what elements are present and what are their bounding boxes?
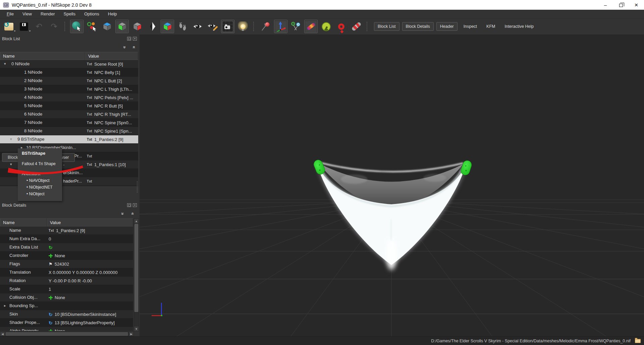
light-bulb-icon[interactable] (236, 20, 250, 33)
vertical-scrollbar[interactable]: ▲ ▼ (134, 218, 139, 332)
tree-row[interactable]: 6 NiNodeTxtNPC R Thigh [RT... (0, 110, 138, 119)
striped-eraser-slash-icon[interactable] (350, 20, 363, 33)
red-vertex-pin-icon[interactable] (259, 20, 272, 33)
menu-item-file[interactable]: File (3, 10, 18, 18)
menu-item-spells[interactable]: Spells (60, 10, 79, 18)
tree-row[interactable]: 3 NiNodeTxtNPC L Thigh [LTh... (0, 85, 138, 93)
tree-row[interactable]: Num Extra Da...0 (0, 235, 133, 243)
tree-row[interactable]: Scale1 (0, 285, 133, 293)
toolbar-button-block-list[interactable]: Block List (374, 22, 399, 31)
viewport-3d[interactable] (140, 34, 644, 336)
close-panel-icon[interactable]: × (133, 203, 137, 207)
tree-row[interactable]: 7 NiNodeTxtNPC Spine [Spn0... (0, 119, 138, 127)
footprints-icon[interactable] (176, 20, 189, 33)
scrollbar-thumb[interactable] (135, 224, 138, 312)
expander-icon[interactable]: ▾ (4, 62, 6, 66)
save-file-icon[interactable]: ▾ (17, 20, 31, 33)
expand-all-icon[interactable]: » (131, 46, 136, 49)
row-name: 6 NiNode (24, 112, 42, 117)
row-name: Translation (9, 270, 31, 275)
open-file-icon[interactable]: ↺▾ (2, 20, 15, 33)
toolbar-button-kfm[interactable]: KFM (483, 22, 498, 30)
block-list-collapse-row: » » (0, 43, 140, 52)
row-value-cell: 1 (47, 285, 133, 293)
eye-icon[interactable] (191, 20, 204, 33)
float-panel-icon[interactable] (127, 203, 131, 207)
menu-item-options[interactable]: Options (80, 10, 103, 18)
scroll-right-icon[interactable]: ▶ (129, 332, 133, 336)
tree-row[interactable]: Extra Data List↻ (0, 243, 133, 252)
collapse-all-icon[interactable]: » (120, 212, 125, 215)
column-header-value[interactable]: Value (47, 218, 133, 226)
column-header-name[interactable]: Name (0, 52, 85, 60)
row-name: Collision Obj... (9, 295, 38, 300)
undo-icon[interactable]: ↶ (32, 20, 46, 33)
cube-blue-top-icon[interactable] (100, 20, 114, 33)
expand-all-icon[interactable]: » (129, 212, 135, 215)
float-panel-icon[interactable] (127, 37, 131, 41)
tooltip-ancestors: NiAVObjectNiObjectNETNiObject (22, 178, 62, 196)
tree-row[interactable]: Shader Prope...↻13 [BSLightingShaderProp… (0, 319, 133, 327)
tree-row[interactable]: Collision Obj...None (0, 293, 133, 302)
teal-sphere-pick-icon[interactable] (70, 20, 84, 33)
toolbar-button-interactive-help[interactable]: Interactive Help (501, 22, 537, 30)
tree-row[interactable]: ▾9 BSTriShapeTxt1_Panties:2 [9] (0, 135, 138, 144)
expander-icon[interactable]: ▸ (4, 303, 6, 308)
toolbar-button-inspect[interactable]: Inspect (460, 22, 480, 30)
tree-row[interactable]: 4 NiNodeTxtNPC Pelvis [Pelv] ... (0, 93, 138, 102)
scroll-left-icon[interactable]: ◀ (0, 332, 5, 336)
column-header-name[interactable]: Name (0, 218, 47, 226)
row-value-cell: TxtNPC R Thigh [RT... (85, 110, 138, 119)
expander-icon[interactable]: ▾ (10, 162, 12, 166)
tree-row[interactable]: ControllerNone (0, 252, 133, 260)
tree-row[interactable]: RotationY -0.00 P 0.00 R -0.00 (0, 277, 133, 285)
horizontal-scrollbar[interactable]: ◀ ▶ (0, 332, 134, 336)
rgb-cube-icon[interactable] (161, 20, 174, 33)
row-value-cell: ⚑524302 (47, 260, 133, 268)
scrollbar-thumb[interactable] (6, 332, 128, 336)
tree-row[interactable]: 8 NiNodeTxtNPC Spine1 [Spn... (0, 127, 138, 135)
dock-splitter-dots[interactable] (137, 181, 138, 193)
black-white-diamond-icon[interactable] (146, 20, 159, 33)
green-gauge-circle-icon[interactable] (319, 20, 333, 33)
minimize-button[interactable]: – (598, 0, 613, 10)
restore-button[interactable] (613, 0, 629, 10)
menu-item-help[interactable]: Help (104, 10, 121, 18)
xyz-axes-icon[interactable] (274, 20, 287, 33)
expander-icon[interactable]: ▾ (10, 137, 12, 141)
tree-row[interactable]: ▾0 NiNodeTxtScene Root [0] (0, 60, 138, 68)
folder-icon[interactable] (635, 339, 641, 343)
close-button[interactable]: × (629, 0, 644, 10)
cube-red-side-icon[interactable] (130, 20, 144, 33)
close-panel-icon[interactable]: × (133, 37, 137, 41)
color-gradient-bar-icon[interactable] (304, 20, 318, 33)
scroll-up-icon[interactable]: ▲ (134, 219, 139, 223)
row-value-cell: Txt1_Panties:2 [9] (47, 226, 133, 235)
tree-row[interactable]: 5 NiNodeTxtNPC R Butt [5] (0, 102, 138, 110)
collapse-all-icon[interactable]: » (122, 46, 127, 49)
tree-row[interactable]: ▸Bounding Sp... (0, 302, 133, 310)
red-ring-pin-icon[interactable] (334, 20, 348, 33)
row-name: Name (9, 228, 21, 233)
tree-row[interactable]: 2 NiNodeTxtNPC L Butt [2] (0, 77, 138, 85)
tree-row[interactable]: NameTxt1_Panties:2 [9] (0, 226, 133, 235)
scroll-down-icon[interactable]: ▼ (134, 327, 139, 331)
tree-row[interactable]: Flags⚑524302 (0, 260, 133, 268)
menu-item-render[interactable]: Render (37, 10, 59, 18)
cube-green-front-icon[interactable] (115, 20, 129, 33)
column-header-value[interactable]: Value (85, 52, 138, 60)
camera-screenshot-icon[interactable] (221, 20, 234, 33)
vertex-dots-cursor-icon[interactable] (85, 20, 99, 33)
tree-row[interactable]: Skin↻10 [BSDismemberSkinInstance] (0, 310, 133, 319)
toolbar-button-header[interactable]: Header (436, 22, 458, 31)
eye-pencil-icon[interactable] (206, 20, 219, 33)
toolbar-button-block-details[interactable]: Block Details (402, 22, 434, 31)
redo-icon[interactable]: ↷ (47, 20, 61, 33)
menu-item-view[interactable]: View (18, 10, 36, 18)
row-value: NPC Spine [Spn0... (94, 120, 132, 125)
node-joints-icon[interactable] (289, 20, 303, 33)
row-name: erSkinIn... (63, 170, 83, 175)
tree-row[interactable]: 1 NiNodeTxtNPC Belly [1] (0, 68, 138, 77)
tree-row[interactable]: TranslationX 0.000000 Y 0.000000 Z 0.000… (0, 268, 133, 277)
tree-row[interactable]: Alpha PropertyNone (0, 327, 133, 331)
